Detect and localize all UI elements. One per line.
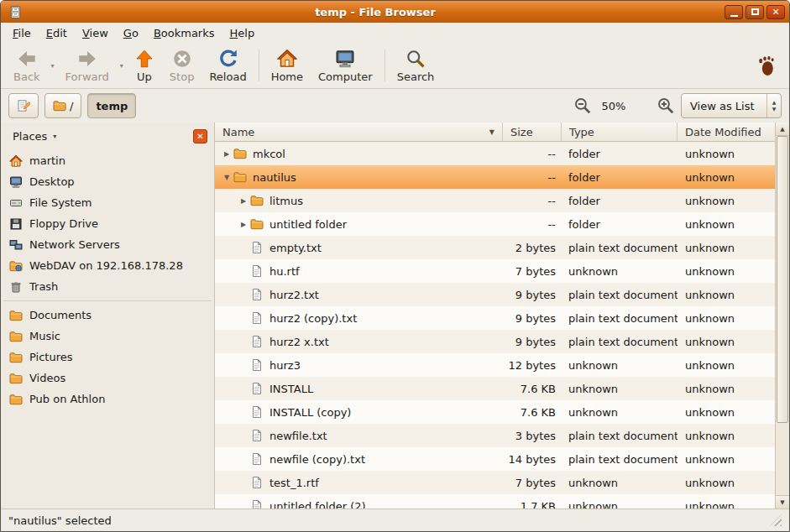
expander-collapsed-icon[interactable]: ▶ bbox=[220, 150, 233, 158]
column-header-name[interactable]: Name▼ bbox=[215, 123, 503, 142]
folder-icon bbox=[9, 372, 23, 385]
column-header-label: Size bbox=[510, 126, 533, 138]
sidebar-close-button[interactable]: ✕ bbox=[193, 129, 207, 143]
minimize-button[interactable] bbox=[725, 5, 743, 19]
file-type-cell: plain text document bbox=[562, 242, 678, 254]
table-row[interactable]: newfile (copy).txt14 bytesplain text doc… bbox=[215, 447, 775, 471]
table-row[interactable]: hurz2 x.txt9 bytesplain text documentunk… bbox=[215, 330, 775, 353]
column-header-type[interactable]: Type bbox=[562, 123, 678, 142]
table-row[interactable]: hurz2.txt9 bytesplain text documentunkno… bbox=[215, 283, 775, 306]
zoom-in-button[interactable] bbox=[657, 96, 675, 115]
expander-collapsed-icon[interactable]: ▶ bbox=[237, 197, 250, 205]
sidebar-item-label: Floppy Drive bbox=[29, 217, 98, 230]
file-icon bbox=[250, 241, 264, 254]
table-row[interactable]: ▼nautilus--folderunknown bbox=[215, 165, 775, 189]
file-icon bbox=[250, 264, 264, 278]
file-icon bbox=[250, 382, 264, 395]
back-dropdown: ▾ bbox=[48, 62, 58, 70]
scrollbar-track[interactable] bbox=[776, 136, 789, 495]
column-header-size[interactable]: Size bbox=[503, 123, 562, 142]
computer-button[interactable]: Computer bbox=[311, 46, 380, 86]
table-row[interactable]: empty.txt2 bytesplain text documentunkno… bbox=[215, 236, 775, 259]
vertical-scrollbar[interactable]: ▲ ▼ bbox=[775, 123, 789, 509]
table-row[interactable]: hurz312 bytesunknownunknown bbox=[215, 353, 775, 377]
menu-view[interactable]: View bbox=[76, 25, 115, 41]
menu-go[interactable]: Go bbox=[117, 25, 145, 41]
menu-bookmarks[interactable]: Bookmarks bbox=[147, 25, 222, 41]
sidebar-item-webdav-on-192-168-178-28[interactable]: WebDAV on 192.168.178.28 bbox=[1, 255, 214, 276]
zoom-out-button[interactable] bbox=[573, 96, 592, 115]
sidebar-item-music[interactable]: Music bbox=[1, 326, 214, 347]
file-modified-cell: unknown bbox=[678, 312, 775, 325]
places-dropdown[interactable]: Places ▾ bbox=[8, 127, 61, 146]
file-type-cell: plain text document bbox=[562, 430, 678, 442]
view-as-combo[interactable]: View as List ▲▼ bbox=[681, 93, 782, 118]
edit-location-button[interactable] bbox=[8, 93, 39, 118]
search-button[interactable]: Search bbox=[390, 46, 442, 86]
file-size-cell: 7.6 KB bbox=[503, 383, 562, 395]
sidebar-item-desktop[interactable]: Desktop bbox=[1, 171, 214, 192]
file-modified-cell: unknown bbox=[678, 477, 775, 489]
up-button[interactable]: Up bbox=[127, 46, 162, 86]
reload-button[interactable]: Reload bbox=[201, 46, 254, 86]
folder-icon bbox=[9, 330, 23, 343]
file-name-cell: ▼nautilus bbox=[215, 170, 503, 184]
file-type-cell: folder bbox=[562, 195, 678, 207]
sidebar-item-martin[interactable]: martin bbox=[1, 150, 214, 171]
sidebar-item-pub-on-athlon[interactable]: Pub on Athlon bbox=[1, 389, 214, 409]
table-row[interactable]: ▶litmus--folderunknown bbox=[215, 189, 775, 212]
table-row[interactable]: ▶untitled folder--folderunknown bbox=[215, 212, 775, 236]
sidebar-item-videos[interactable]: Videos bbox=[1, 368, 214, 389]
menu-file[interactable]: File bbox=[6, 25, 38, 41]
edit-location-icon bbox=[17, 99, 30, 112]
sidebar-item-network-servers[interactable]: Network Servers bbox=[1, 234, 214, 255]
path-current-button[interactable]: temp bbox=[87, 93, 136, 118]
table-row[interactable]: hu.rtf7 bytesunknownunknown bbox=[215, 259, 775, 283]
sidebar-item-file-system[interactable]: File System bbox=[1, 192, 214, 213]
file-size-cell: 7 bytes bbox=[503, 477, 562, 489]
toolbar-separator bbox=[385, 50, 385, 81]
table-row[interactable]: ▶mkcol--folderunknown bbox=[215, 142, 775, 165]
close-button[interactable]: ✕ bbox=[766, 5, 785, 19]
scroll-down-button[interactable]: ▼ bbox=[776, 495, 789, 509]
file-modified-cell: unknown bbox=[678, 453, 775, 466]
file-modified-cell: unknown bbox=[678, 148, 775, 160]
file-icon bbox=[250, 429, 264, 442]
file-icon bbox=[250, 452, 264, 466]
resize-grip[interactable] bbox=[770, 514, 782, 526]
menu-edit[interactable]: Edit bbox=[39, 25, 74, 41]
places-sidebar: Places ▾ ✕ martinDesktopFile SystemFlopp… bbox=[1, 123, 215, 509]
table-row[interactable]: test_1.rtf7 bytesunknownunknown bbox=[215, 471, 775, 494]
sidebar-item-floppy-drive[interactable]: Floppy Drive bbox=[1, 213, 214, 234]
path-root-button[interactable]: / bbox=[44, 93, 81, 118]
scroll-up-button[interactable]: ▲ bbox=[776, 123, 789, 136]
expander-expanded-icon[interactable]: ▼ bbox=[220, 174, 233, 181]
expander-collapsed-icon[interactable]: ▶ bbox=[237, 221, 250, 228]
file-icon bbox=[250, 288, 264, 301]
menu-help[interactable]: Help bbox=[223, 25, 262, 41]
sort-indicator-icon: ▼ bbox=[489, 128, 494, 136]
sidebar-item-pictures[interactable]: Pictures bbox=[1, 347, 214, 368]
home-button[interactable]: Home bbox=[264, 46, 311, 86]
sidebar-item-documents[interactable]: Documents bbox=[1, 305, 214, 326]
scrollbar-thumb[interactable] bbox=[777, 136, 788, 423]
table-row[interactable]: hurz2 (copy).txt9 bytesplain text docume… bbox=[215, 306, 775, 330]
file-size-cell: 1.7 KB bbox=[503, 500, 562, 509]
file-modified-cell: unknown bbox=[678, 218, 775, 231]
toolbar-separator bbox=[259, 50, 259, 81]
column-header-date-modified[interactable]: Date Modified bbox=[678, 123, 775, 142]
file-modified-cell: unknown bbox=[678, 289, 775, 301]
sidebar-item-label: Videos bbox=[29, 372, 65, 384]
table-row[interactable]: INSTALL (copy)7.6 KBunknownunknown bbox=[215, 400, 775, 424]
folder-icon bbox=[53, 99, 66, 112]
maximize-button[interactable] bbox=[746, 5, 764, 19]
titlebar[interactable]: temp - File Browser ✕ bbox=[1, 1, 789, 23]
file-name-label: untitled folder bbox=[269, 218, 347, 231]
table-row[interactable]: newfile.txt3 bytesplain text documentunk… bbox=[215, 424, 775, 447]
table-row[interactable]: untitled folder (2)1.7 KBunknownunknown bbox=[215, 494, 775, 509]
folder-icon bbox=[9, 393, 23, 406]
sidebar-item-trash[interactable]: Trash bbox=[1, 276, 214, 297]
file-type-cell: plain text document bbox=[562, 289, 678, 301]
table-row[interactable]: INSTALL7.6 KBunknownunknown bbox=[215, 377, 775, 400]
sidebar-item-label: File System bbox=[29, 196, 92, 209]
